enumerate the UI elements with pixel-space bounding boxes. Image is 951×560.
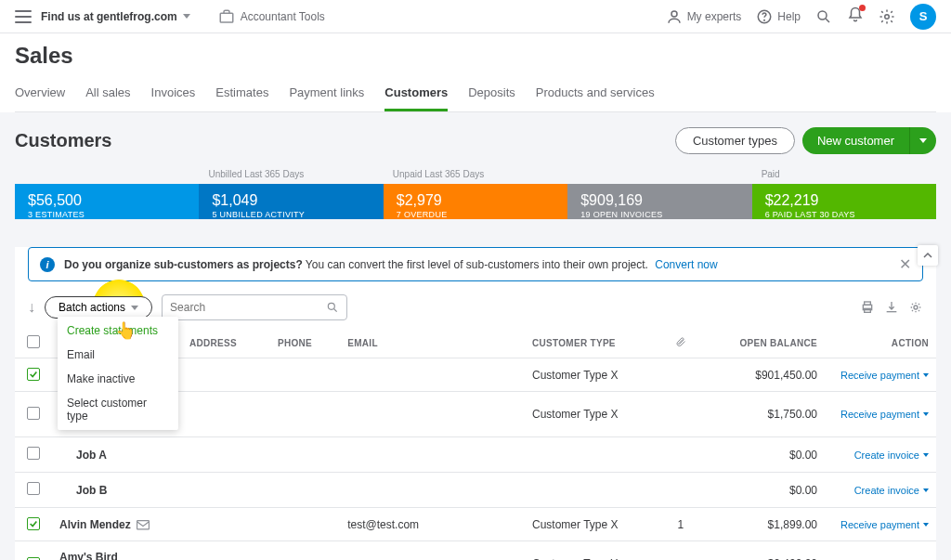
chevron-down-icon [923, 412, 929, 416]
notifications-button[interactable] [847, 7, 864, 26]
customer-name-cell[interactable]: Job B [52, 473, 182, 508]
topbar: Find us at gentlefrog.com Accountant Too… [0, 0, 951, 33]
cell-email [340, 437, 525, 473]
notification-dot-icon [859, 5, 866, 11]
cell-phone [270, 473, 340, 508]
row-checkbox[interactable] [27, 557, 40, 561]
tab-estimates[interactable]: Estimates [215, 78, 268, 111]
card-label [567, 169, 751, 180]
topbar-right: My experts Help S [666, 4, 936, 30]
tab-invoices[interactable]: Invoices [151, 78, 196, 111]
row-checkbox[interactable] [27, 407, 40, 420]
tab-bar: OverviewAll salesInvoicesEstimatesPaymen… [15, 78, 936, 112]
row-checkbox[interactable] [27, 482, 40, 495]
cell-balance: $901,450.00 [694, 358, 825, 392]
my-experts-link[interactable]: My experts [666, 8, 742, 25]
card-value: $1,049 [212, 193, 370, 208]
hamburger-icon[interactable] [15, 10, 32, 23]
tab-products-and-services[interactable]: Products and services [536, 78, 655, 111]
tab-customers[interactable]: Customers [384, 78, 448, 111]
summary-card[interactable]: Unpaid Last 365 Days$2,9797 OVERDUE [384, 169, 567, 219]
card-body: $2,9797 OVERDUE [384, 184, 567, 219]
new-customer-caret-button[interactable] [909, 127, 936, 154]
col-attachment[interactable] [668, 328, 694, 358]
col-address[interactable]: ADDRESS [182, 328, 270, 358]
tab-overview[interactable]: Overview [15, 78, 65, 111]
customer-types-button[interactable]: Customer types [675, 127, 795, 154]
svg-rect-10 [865, 302, 871, 305]
tab-all-sales[interactable]: All sales [85, 78, 130, 111]
cell-attachment [668, 437, 694, 473]
tab-deposits[interactable]: Deposits [468, 78, 515, 111]
cell-attachment [668, 358, 694, 392]
table-row: Alvin Mendeztest@test.comCustomer Type X… [15, 508, 936, 541]
row-checkbox[interactable] [27, 447, 40, 460]
table-row: Job B$0.00Create invoice [15, 473, 936, 508]
row-action-link[interactable]: Receive payment [840, 519, 929, 530]
cell-address [182, 541, 270, 561]
search-input[interactable] [170, 301, 326, 314]
batch-menu-item[interactable]: Create statements [58, 319, 178, 343]
svg-rect-0 [220, 13, 233, 22]
help-link[interactable]: Help [756, 8, 801, 25]
cell-attachment: 1 [668, 508, 694, 541]
row-action-link[interactable]: Create invoice [854, 449, 929, 461]
batch-menu-item[interactable]: Make inactive [58, 367, 178, 391]
cell-balance: $1,750.00 [694, 392, 825, 437]
scroll-up-button[interactable] [918, 245, 938, 266]
card-label: Unpaid Last 365 Days [384, 169, 567, 180]
cell-phone [270, 541, 340, 561]
customer-name-cell[interactable]: Job A [52, 437, 182, 473]
export-icon[interactable] [884, 300, 899, 315]
info-icon: i [40, 257, 55, 272]
topbar-left: Find us at gentlefrog.com Accountant Too… [15, 8, 325, 25]
cell-balance: $2,400.00 [694, 541, 825, 561]
close-icon[interactable]: ✕ [899, 255, 911, 273]
cell-address [182, 508, 270, 541]
col-email[interactable]: EMAIL [340, 328, 525, 358]
chevron-up-icon [923, 251, 932, 260]
svg-line-5 [826, 19, 829, 22]
gear-icon[interactable] [908, 300, 923, 315]
batch-menu-item[interactable]: Select customer type [58, 391, 178, 428]
batch-menu-item[interactable]: Email [58, 343, 178, 367]
summary-card[interactable]: Paid$22,2196 PAID LAST 30 DAYS [752, 169, 936, 219]
page-header: Sales OverviewAll salesInvoicesEstimates… [0, 33, 951, 112]
avatar[interactable]: S [910, 4, 936, 30]
batch-actions-button[interactable]: Batch actions [45, 296, 152, 319]
row-checkbox[interactable] [27, 368, 40, 381]
card-subtitle: 19 OPEN INVOICES [580, 210, 738, 219]
card-label [15, 169, 199, 180]
search-icon[interactable] [815, 8, 832, 25]
cell-address [182, 358, 270, 392]
row-checkbox[interactable] [27, 517, 40, 530]
print-icon[interactable] [860, 300, 875, 315]
subpage-header: Customers Customer types New customer [0, 112, 951, 169]
select-all-checkbox[interactable] [27, 335, 40, 348]
help-icon [756, 8, 773, 25]
accountant-tools-link[interactable]: Accountant Tools [218, 8, 325, 25]
svg-point-7 [328, 303, 334, 309]
summary-card[interactable]: $56,5003 ESTIMATES [15, 169, 199, 219]
card-value: $22,219 [765, 193, 923, 208]
col-balance[interactable]: OPEN BALANCE [694, 328, 825, 358]
convert-now-link[interactable]: Convert now [655, 258, 717, 271]
summary-card[interactable]: Unbilled Last 365 Days$1,0495 UNBILLED A… [199, 169, 383, 219]
cell-phone [270, 508, 340, 541]
summary-card[interactable]: $909,16919 OPEN INVOICES [567, 169, 751, 219]
row-action-link[interactable]: Receive payment [840, 370, 929, 381]
row-action-link[interactable]: Create invoice [854, 485, 929, 496]
col-type[interactable]: CUSTOMER TYPE [525, 328, 668, 358]
new-customer-button[interactable]: New customer [802, 127, 909, 154]
gear-icon[interactable] [879, 8, 895, 25]
summary-cards: $56,5003 ESTIMATESUnbilled Last 365 Days… [0, 169, 951, 234]
chevron-down-icon [923, 523, 929, 527]
col-phone[interactable]: PHONE [270, 328, 340, 358]
sort-button[interactable]: ↓ [28, 299, 35, 316]
table-row: Job A$0.00Create invoice [15, 437, 936, 473]
row-action-link[interactable]: Receive payment [840, 409, 929, 420]
customer-name-cell[interactable]: Alvin Mendez [52, 508, 182, 541]
company-switcher[interactable]: Find us at gentlefrog.com [41, 10, 190, 23]
tab-payment-links[interactable]: Payment links [289, 78, 364, 111]
customer-name-cell[interactable]: Amy's Bird Sanctuary [52, 541, 182, 561]
